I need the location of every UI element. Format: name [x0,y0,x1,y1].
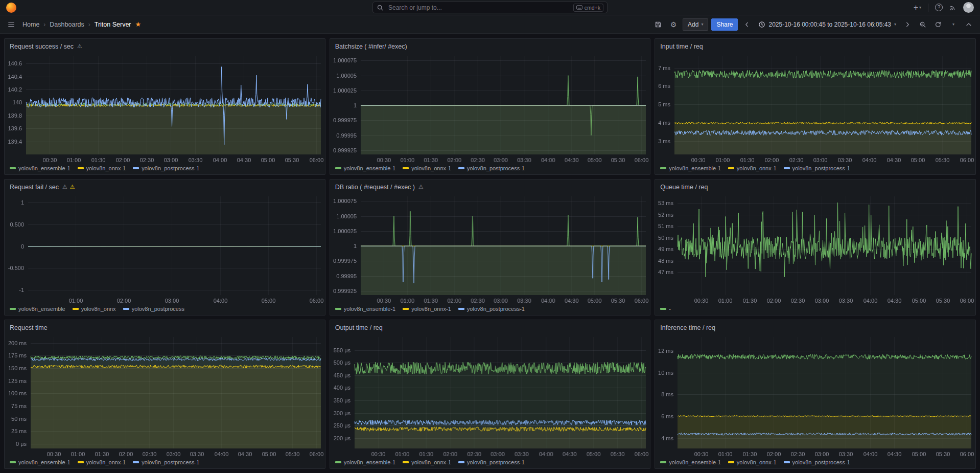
legend-item[interactable]: yolov8n_onnx-1 [78,459,126,465]
zoom-out-button[interactable] [917,18,929,31]
panel-title[interactable]: Inference time / req [660,324,715,331]
legend-series-label: yolov8n_ensemble-1 [344,165,396,171]
timeseries-canvas[interactable] [5,333,325,459]
panel-info-icon[interactable]: ⚠ [62,184,67,190]
add-panel-button[interactable]: Add ▾ [683,18,708,31]
timeseries-canvas[interactable] [5,192,325,305]
time-range-forward-button[interactable] [901,18,914,31]
legend-item[interactable]: yolov8n_postprocess-1 [458,306,525,312]
timeseries-canvas[interactable] [655,52,975,165]
panel-warning-icon[interactable]: ⚠ [70,184,75,190]
panel-header[interactable]: Batchsize ( #infer/ #exec) [330,39,650,52]
panel-warning-icon[interactable]: ⚠ [418,184,424,190]
legend-item[interactable]: yolov8n_onnx-1 [728,459,777,465]
panel-legend: yolov8n_ensemble-1yolov8n_onnx-1yolov8n_… [330,459,650,468]
refresh-button[interactable] [932,18,944,31]
user-avatar[interactable] [963,2,974,13]
timeseries-canvas[interactable] [655,333,975,459]
legend-item[interactable]: yolov8n_postprocess-1 [458,459,525,465]
refresh-interval-button[interactable]: ▾ [947,18,960,31]
dashboard-toolbar: Home › Dashboards › Triton Server ★ ⚙ Ad… [0,15,980,34]
legend-item[interactable]: yolov8n_postprocess-1 [133,165,199,171]
breadcrumb-dashboards[interactable]: Dashboards [50,21,84,28]
menu-toggle-button[interactable] [5,18,17,31]
legend-series-label: yolov8n_ensemble-1 [669,165,721,171]
panel-header[interactable]: Request fail / sec ⚠⚠ [5,179,325,192]
breadcrumb-current[interactable]: Triton Server [95,21,131,28]
chevron-left-icon [743,21,751,28]
gear-icon: ⚙ [670,21,677,28]
legend-series-swatch [728,167,734,169]
panel-input-time: Input time / req yolov8n_ensemble-1yolov… [655,38,976,175]
kbd-shortcut: cmd+k [573,4,603,12]
legend-item[interactable]: yolov8n_postprocess [123,306,184,312]
timeseries-canvas[interactable] [330,52,650,165]
legend-item[interactable]: yolov8n_postprocess-1 [784,459,850,465]
panel-title[interactable]: Request time [10,324,48,331]
legend-item[interactable]: yolov8n_onnx-1 [403,165,451,171]
timeseries-canvas[interactable] [655,192,975,305]
legend-item[interactable]: yolov8n_postprocess-1 [133,459,199,465]
legend-item[interactable]: - [660,306,671,312]
legend-item[interactable]: yolov8n_ensemble-1 [335,306,396,312]
timeseries-canvas[interactable] [330,333,650,459]
panel-header[interactable]: Request success / sec ⚠ [5,39,325,52]
favorite-star-icon[interactable]: ★ [135,21,142,28]
panel-header[interactable]: Inference time / req [655,320,975,333]
legend-item[interactable]: yolov8n_onnx-1 [403,306,451,312]
panel-legend: yolov8n_ensemble-1yolov8n_onnx-1yolov8n_… [5,459,325,468]
legend-item[interactable]: yolov8n_onnx-1 [728,165,777,171]
panel-legend: yolov8n_ensemble-1yolov8n_onnx-1yolov8n_… [655,165,975,174]
time-range-back-button[interactable] [741,18,753,31]
legend-item[interactable]: yolov8n_ensemble-1 [660,459,721,465]
panel-title[interactable]: Input time / req [660,43,703,50]
share-button[interactable]: Share [711,18,738,31]
panel-title[interactable]: Request success / sec [10,43,74,50]
grafana-logo[interactable] [6,3,16,13]
collapse-toolbar-button[interactable] [963,18,975,31]
panel-title[interactable]: DB ratio ( #request / #exec ) [335,184,415,191]
legend-item[interactable]: yolov8n_ensemble-1 [10,165,71,171]
legend-item[interactable]: yolov8n_ensemble-1 [335,165,396,171]
legend-item[interactable]: yolov8n_postprocess-1 [784,165,850,171]
legend-item[interactable]: yolov8n_ensemble-1 [335,459,396,465]
legend-item[interactable]: yolov8n_onnx-1 [78,165,126,171]
legend-series-label: yolov8n_onnx-1 [737,459,777,465]
chevron-up-icon [965,21,972,28]
panel-header[interactable]: DB ratio ( #request / #exec ) ⚠ [330,179,650,192]
timeseries-canvas[interactable] [330,192,650,305]
panel-legend: yolov8n_ensemble-1yolov8n_onnx-1yolov8n_… [330,305,650,315]
panel-request-success: Request success / sec ⚠ yolov8n_ensemble… [4,38,325,175]
legend-series-swatch [403,308,409,310]
timeseries-canvas[interactable] [5,52,325,165]
legend-item[interactable]: yolov8n_ensemble-1 [10,459,71,465]
panel-header[interactable]: Output time / req [330,320,650,333]
legend-item[interactable]: yolov8n_onnx-1 [403,459,451,465]
legend-item[interactable]: yolov8n_postprocess-1 [458,165,525,171]
panel-title[interactable]: Output time / req [335,324,383,331]
legend-item[interactable]: yolov8n_onnx [73,306,116,312]
panel-header[interactable]: Request time [5,320,325,333]
breadcrumb-home[interactable]: Home [22,21,39,28]
panel-title[interactable]: Queue time / req [660,184,708,191]
legend-item[interactable]: yolov8n_ensemble-1 [660,165,721,171]
breadcrumb-separator: › [88,21,90,28]
help-icon[interactable]: ? [935,4,943,11]
search-box[interactable]: cmd+k [372,2,608,13]
legend-series-swatch [784,167,790,169]
panel-warning-icon[interactable]: ⚠ [77,43,82,49]
panel-title[interactable]: Batchsize ( #infer/ #exec) [335,43,407,50]
save-dashboard-button[interactable] [652,18,664,31]
time-range-picker[interactable]: 2025-10-16 00:00:45 to 2025-10-16 06:05:… [756,21,898,28]
save-icon [655,21,662,28]
panel-title[interactable]: Request fail / sec [10,184,59,191]
dashboard-settings-button[interactable]: ⚙ [667,18,680,31]
legend-series-swatch [784,461,790,463]
panel-header[interactable]: Queue time / req [655,179,975,192]
search-input[interactable] [387,4,570,12]
legend-item[interactable]: yolov8n_ensemble [10,306,65,312]
panel-icons: ⚠ [77,43,82,49]
news-rss-icon[interactable] [949,4,956,11]
add-new-button[interactable]: + ▾ [914,4,921,12]
panel-header[interactable]: Input time / req [655,39,975,52]
